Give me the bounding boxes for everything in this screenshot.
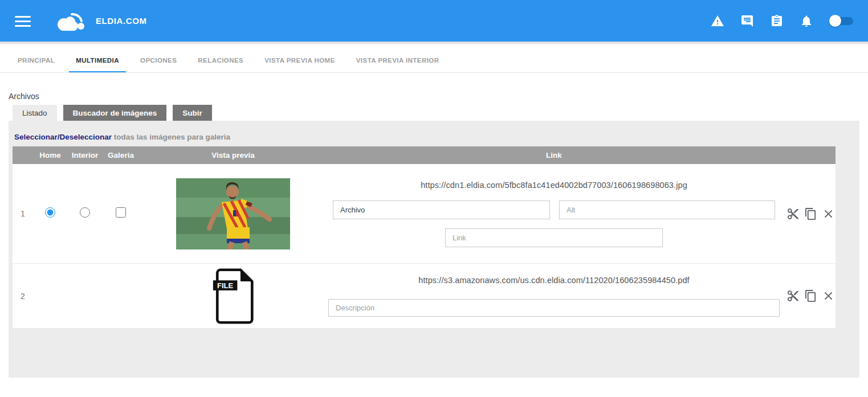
file-url: https://s3.amazonaws.com/us.cdn.eldia.co… — [418, 276, 689, 285]
files-table: Home Interior Galeria Vista previa Link … — [13, 146, 836, 329]
cut-icon[interactable] — [787, 289, 800, 302]
interior-radio[interactable] — [80, 207, 90, 218]
preview-cell — [139, 178, 327, 249]
app-title: ELDIA.COM — [96, 16, 147, 26]
main-tabbar: PRINCIPAL MULTIMEDIA OPCIONES RELACIONES… — [0, 44, 868, 73]
menu-icon[interactable] — [15, 13, 31, 30]
toggle-switch[interactable] — [830, 15, 853, 27]
row-index: 1 — [13, 209, 33, 218]
cloud-logo-icon — [52, 9, 88, 34]
galeria-checkbox[interactable] — [116, 207, 126, 218]
archivos-subtabs: Listado Buscador de imágenes Subir — [13, 105, 868, 121]
table-row: 2 FILE https://s3.amazonaws.com/us.cdn.e… — [13, 264, 836, 329]
interior-radio-cell — [67, 207, 103, 220]
copy-icon[interactable] — [804, 207, 817, 220]
table-row: 1 — [13, 164, 836, 264]
file-url: https://cdn1.eldia.com/5fbc8fa1c41ed4002… — [421, 181, 687, 190]
tab-vista-previa-home[interactable]: VISTA PREVIA HOME — [258, 57, 342, 72]
link-input[interactable] — [445, 228, 663, 247]
header-vista-previa: Vista previa — [139, 151, 327, 159]
archivo-input[interactable] — [333, 200, 550, 219]
select-deselect-link[interactable]: Seleccionar/Deseleccionar — [14, 133, 112, 141]
archivos-title: Archivos — [9, 92, 868, 101]
galeria-checkbox-cell — [103, 207, 139, 220]
header-home: Home — [33, 151, 67, 159]
clipboard-icon[interactable] — [770, 14, 784, 28]
tab-opciones[interactable]: OPCIONES — [133, 57, 184, 72]
preview-cell: FILE — [139, 268, 327, 325]
descripcion-input[interactable] — [328, 299, 780, 317]
listado-panel: Seleccionar/Deseleccionar todas las imág… — [9, 121, 859, 378]
file-label: FILE — [217, 281, 233, 290]
delete-icon[interactable] — [822, 289, 835, 302]
header-galeria: Galeria — [103, 151, 139, 159]
link-cell: https://cdn1.eldia.com/5fbc8fa1c41ed4002… — [327, 181, 781, 247]
home-radio[interactable] — [45, 207, 55, 218]
select-all-line: Seleccionar/Deseleccionar todas las imág… — [14, 133, 859, 141]
subtab-subir[interactable]: Subir — [173, 105, 212, 121]
header-shadow-strip — [0, 42, 868, 44]
row-index: 2 — [13, 292, 33, 301]
warning-icon[interactable] — [711, 14, 724, 28]
row-actions — [781, 207, 836, 220]
app-header: ELDIA.COM — [0, 0, 868, 42]
copy-icon[interactable] — [804, 289, 817, 302]
bell-icon[interactable] — [800, 14, 813, 28]
file-document-icon[interactable]: FILE — [212, 268, 254, 325]
image-thumbnail[interactable] — [176, 178, 290, 249]
header-interior: Interior — [67, 151, 103, 159]
tab-vista-previa-interior[interactable]: VISTA PREVIA INTERIOR — [349, 57, 446, 72]
subtab-buscador[interactable]: Buscador de imágenes — [63, 105, 167, 121]
chat-icon[interactable] — [740, 14, 754, 28]
table-header-row: Home Interior Galeria Vista previa Link — [13, 146, 836, 164]
cut-icon[interactable] — [787, 207, 800, 220]
select-line-text: todas las imágenes para galeria — [112, 133, 230, 141]
link-cell: https://s3.amazonaws.com/us.cdn.eldia.co… — [327, 276, 781, 317]
row-actions — [781, 289, 836, 302]
header-link: Link — [327, 151, 781, 159]
subtab-listado[interactable]: Listado — [13, 105, 57, 121]
delete-icon[interactable] — [822, 207, 835, 220]
tab-relaciones[interactable]: RELACIONES — [191, 57, 250, 72]
alt-input[interactable] — [559, 200, 775, 219]
tab-multimedia[interactable]: MULTIMEDIA — [69, 57, 126, 72]
tab-principal[interactable]: PRINCIPAL — [11, 57, 62, 72]
home-radio-cell — [33, 207, 67, 220]
